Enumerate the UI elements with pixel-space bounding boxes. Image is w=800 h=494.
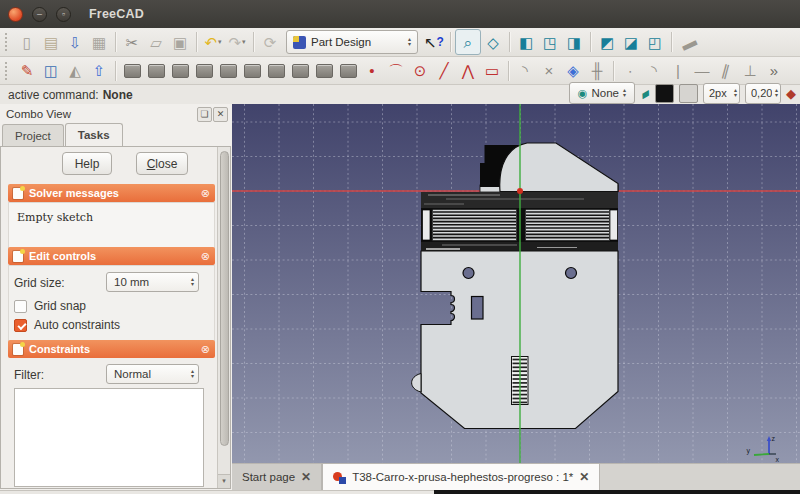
line-color-swatch[interactable]	[655, 84, 674, 103]
right-view-button[interactable]: ◨	[562, 30, 586, 54]
groove-button[interactable]	[192, 59, 216, 83]
save-button[interactable]: ⇩	[63, 30, 87, 54]
fillet-button[interactable]: ◝	[513, 59, 537, 83]
tab-close-icon[interactable]: ✕	[579, 470, 589, 484]
toolbar-grip[interactable]	[5, 33, 12, 51]
trim-edge-button[interactable]: ×	[537, 59, 561, 83]
constrain-vertical-button[interactable]: |	[666, 59, 690, 83]
print-button[interactable]: ▦	[87, 30, 111, 54]
edit-sketch-button[interactable]: ✎	[15, 59, 39, 83]
redo-button[interactable]: ↷▾	[225, 30, 249, 54]
tab-close-icon[interactable]: ✕	[301, 470, 311, 484]
collapse-icon[interactable]: ⊗	[201, 250, 210, 263]
subtractive-box-button[interactable]	[312, 59, 336, 83]
create-circle-button[interactable]: ⊙	[408, 59, 432, 83]
pad-button[interactable]	[120, 59, 144, 83]
create-rectangle-button[interactable]: ▭	[480, 59, 504, 83]
additive-cone-button[interactable]	[288, 59, 312, 83]
constrain-horizontal-button[interactable]: —	[690, 59, 714, 83]
pocket-button[interactable]	[144, 59, 168, 83]
panel-scrollbar[interactable]: ▾	[217, 147, 230, 488]
create-line-button[interactable]: ╱	[432, 59, 456, 83]
workbench-selector[interactable]: Part Design▴▾	[286, 30, 418, 54]
constrain-parallel-button[interactable]: ∥	[714, 59, 738, 83]
combo-view-panel: Combo View ❏ ✕ ProjectTasks Help Close S…	[0, 104, 232, 490]
constrain-coincident-icon: ∙	[628, 63, 632, 78]
create-point-button[interactable]: •	[360, 59, 384, 83]
toolbar-grip[interactable]	[5, 62, 12, 80]
scrollbar-thumb[interactable]	[220, 151, 229, 446]
sketch-view[interactable]: zyx	[232, 104, 800, 463]
external-geometry-button[interactable]: ◈	[561, 59, 585, 83]
create-arc-button[interactable]: ⌒	[384, 59, 408, 83]
snap-mode-button[interactable]: ◉ None ▴▾	[569, 82, 635, 104]
create-polyline-button[interactable]: ⋀	[456, 59, 480, 83]
eraser-icon[interactable]: ▰	[637, 84, 653, 102]
close-panel-icon[interactable]: ✕	[213, 107, 228, 122]
solver-messages-header[interactable]: Solver messages ⊗	[8, 184, 215, 202]
constraints-header[interactable]: Constraints ⊗	[8, 340, 215, 358]
tab-project[interactable]: Project	[2, 124, 64, 146]
axonometric-view-button[interactable]: ◇	[481, 30, 505, 54]
window-minimize-button[interactable]: –	[32, 7, 47, 22]
toolbar-overflow-button[interactable]: »	[762, 59, 786, 83]
point-size-spinbox[interactable]: 0,20 ▴▾	[745, 83, 781, 104]
additive-cylinder-button[interactable]	[240, 59, 264, 83]
3d-viewport[interactable]: zyx	[232, 104, 800, 463]
map-sketch-button[interactable]: ◭	[63, 59, 87, 83]
grid-snap-row[interactable]: Grid snap	[14, 299, 86, 313]
collapse-icon[interactable]: ⊗	[201, 343, 210, 356]
constrain-point-on-object-button[interactable]: ◝	[642, 59, 666, 83]
close-button[interactable]: Close	[136, 152, 188, 175]
document-tab-t38-carro-x-prusa-hephestos-pr[interactable]: T38-Carro-x-prusa-hephestos-progreso : 1…	[322, 464, 600, 490]
subtractive-cylinder-button[interactable]	[336, 59, 360, 83]
redo-dropdown-caret[interactable]: ▾	[242, 38, 246, 46]
bottom-view-button[interactable]: ◪	[619, 30, 643, 54]
open-file-button[interactable]: ▤	[39, 30, 63, 54]
whats-this-icon: ?	[437, 36, 444, 48]
float-panel-icon[interactable]: ❏	[197, 107, 212, 122]
tab-tasks[interactable]: Tasks	[65, 123, 123, 146]
auto-constraints-row[interactable]: Auto constraints	[14, 318, 120, 332]
cut-button[interactable]: ✂	[120, 30, 144, 54]
constraints-list[interactable]	[14, 388, 204, 487]
constrain-perpendicular-button[interactable]: ⊥	[738, 59, 762, 83]
copy-button[interactable]: ▱	[144, 30, 168, 54]
new-file-button[interactable]: ▯	[15, 30, 39, 54]
collapse-icon[interactable]: ⊗	[201, 187, 210, 200]
measure-distance-button[interactable]: ▬	[676, 30, 700, 54]
refresh-button[interactable]: ⟳	[258, 30, 282, 54]
filter-dropdown[interactable]: Normal ▴▾	[106, 364, 199, 384]
paste-button[interactable]: ▣	[168, 30, 192, 54]
additive-sphere-button[interactable]	[264, 59, 288, 83]
render-mode-icon[interactable]: ◆	[786, 86, 796, 101]
edit-controls-header[interactable]: Edit controls ⊗	[8, 247, 215, 265]
whats-this-button[interactable]: ↖?	[422, 30, 446, 54]
leave-sketch-button[interactable]: ⇧	[87, 59, 111, 83]
auto-constraints-label: Auto constraints	[34, 318, 120, 332]
line-width-spinbox[interactable]: 2px ▴▾	[703, 83, 740, 104]
origin-point[interactable]	[517, 188, 523, 194]
front-view-button[interactable]: ◧	[514, 30, 538, 54]
left-view-button[interactable]: ◰	[643, 30, 667, 54]
construction-mode-button[interactable]: ╫	[585, 59, 609, 83]
face-color-swatch[interactable]	[679, 84, 698, 103]
toolbar-overflow-icon: »	[770, 63, 778, 78]
scrollbar-down-arrow[interactable]: ▾	[218, 474, 230, 488]
undo-dropdown-caret[interactable]: ▾	[218, 38, 222, 46]
window-close-button[interactable]	[8, 7, 23, 22]
auto-constraints-checkbox[interactable]	[14, 319, 27, 332]
top-view-button[interactable]: ◳	[538, 30, 562, 54]
window-maximize-button[interactable]: ▫	[56, 7, 71, 22]
grid-snap-checkbox[interactable]	[14, 300, 27, 313]
grid-size-spinbox[interactable]: 10 mm ▴▾	[106, 272, 199, 292]
document-tab-start-page[interactable]: Start page✕	[232, 464, 322, 490]
constrain-coincident-button[interactable]: ∙	[618, 59, 642, 83]
view-section-button[interactable]: ◫	[39, 59, 63, 83]
additive-box-button[interactable]	[216, 59, 240, 83]
undo-button[interactable]: ↶▾	[201, 30, 225, 54]
fit-all-button[interactable]: ⌕	[455, 29, 481, 55]
rear-view-button[interactable]: ◩	[595, 30, 619, 54]
revolution-button[interactable]	[168, 59, 192, 83]
help-button[interactable]: Help	[62, 152, 112, 175]
